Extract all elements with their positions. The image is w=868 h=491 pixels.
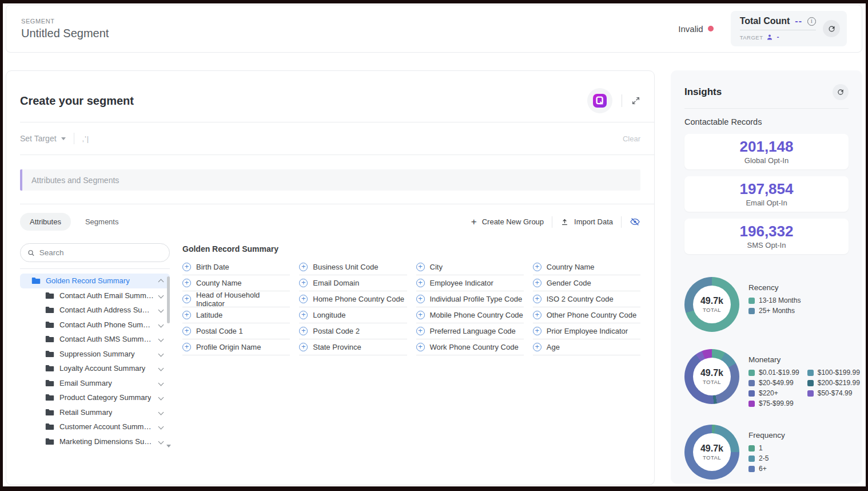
attribute-item[interactable]: + Longitude: [299, 307, 407, 323]
chevron-down-icon[interactable]: [158, 438, 164, 444]
attribute-item[interactable]: + Mobile Phone Country Code: [416, 307, 524, 323]
text-cursor-icon[interactable]: ,'|: [82, 134, 89, 143]
chevron-down-icon[interactable]: [158, 292, 164, 298]
info-icon[interactable]: i: [807, 17, 816, 26]
chevron-down-icon[interactable]: [158, 307, 164, 313]
scrollbar-thumb[interactable]: [167, 276, 170, 323]
attribute-item[interactable]: + County Name: [182, 275, 290, 291]
attribute-item[interactable]: + Age: [533, 339, 640, 355]
refresh-insights-button[interactable]: [833, 84, 849, 100]
tree-item[interactable]: Contact Auth Address Summary: [20, 303, 170, 318]
tree-item[interactable]: Contact Auth Email Summary: [20, 288, 170, 303]
attribute-item[interactable]: + Country Name: [533, 259, 640, 275]
attribute-item[interactable]: + Individual Profile Type Code: [416, 291, 524, 307]
legend-items: $0.01-$19.99 $20-$49.99 $220+ $75-$99.99…: [748, 369, 860, 407]
plus-circle-icon[interactable]: +: [416, 263, 425, 271]
plus-circle-icon[interactable]: +: [299, 279, 308, 287]
tree-scrollbar[interactable]: [167, 276, 170, 444]
plus-circle-icon[interactable]: +: [182, 327, 191, 335]
plus-circle-icon[interactable]: +: [416, 311, 425, 319]
chevron-down-icon[interactable]: [158, 336, 164, 342]
plus-circle-icon[interactable]: +: [533, 327, 541, 335]
tab-attributes[interactable]: Attributes: [20, 213, 71, 231]
plus-circle-icon[interactable]: +: [416, 295, 425, 303]
search-input[interactable]: [39, 248, 162, 257]
attribute-item[interactable]: + Email Domain: [299, 275, 407, 291]
attribute-item[interactable]: + Head of Household Indicator: [182, 291, 290, 307]
hide-counts-button[interactable]: [630, 216, 640, 227]
attribute-item[interactable]: + Latitude: [182, 307, 290, 323]
chevron-down-icon[interactable]: [158, 351, 164, 357]
plus-circle-icon[interactable]: +: [182, 311, 191, 319]
plus-circle-icon[interactable]: +: [182, 263, 191, 271]
plus-circle-icon[interactable]: +: [533, 279, 541, 287]
plus-circle-icon[interactable]: +: [416, 279, 425, 287]
attribute-item[interactable]: + Postal Code 1: [182, 323, 290, 339]
tree-item[interactable]: Product Category Summary: [20, 390, 170, 405]
chevron-down-icon[interactable]: [158, 366, 164, 371]
plus-circle-icon[interactable]: +: [182, 279, 191, 287]
plus-circle-icon[interactable]: +: [182, 343, 191, 351]
tree-item[interactable]: Golden Record Summary: [20, 274, 170, 288]
assistant-logo-button[interactable]: [587, 88, 612, 113]
chevron-up-icon[interactable]: [158, 279, 164, 285]
plus-circle-icon[interactable]: +: [299, 263, 308, 271]
legend-item: 6+: [748, 465, 769, 473]
plus-circle-icon[interactable]: +: [533, 343, 541, 351]
attribute-item[interactable]: + Business Unit Code: [299, 259, 407, 275]
set-target-button[interactable]: Set Target: [20, 134, 66, 143]
plus-circle-icon[interactable]: +: [299, 311, 308, 319]
tree-item[interactable]: Customer Account Summary: [20, 419, 170, 434]
scroll-down-arrow-icon[interactable]: [166, 445, 171, 448]
divider: [20, 204, 654, 204]
tree-item[interactable]: Contact Auth SMS Summary: [20, 332, 170, 347]
folder-icon: [45, 306, 54, 314]
chevron-down-icon[interactable]: [158, 380, 164, 386]
set-target-label: Set Target: [20, 134, 57, 143]
refresh-count-button[interactable]: [823, 20, 840, 37]
plus-circle-icon[interactable]: +: [533, 295, 541, 303]
segment-dropzone[interactable]: Attributes and Segments: [20, 169, 640, 191]
attribute-item[interactable]: + Profile Origin Name: [182, 339, 290, 355]
expand-button[interactable]: [631, 96, 640, 105]
plus-circle-icon[interactable]: +: [533, 263, 541, 271]
plus-circle-icon[interactable]: +: [299, 343, 308, 351]
tab-segments[interactable]: Segments: [75, 213, 129, 231]
attribute-item[interactable]: + Work Phone Country Code: [416, 339, 524, 355]
chevron-down-icon[interactable]: [158, 395, 164, 401]
plus-circle-icon[interactable]: +: [416, 343, 425, 351]
tree-item[interactable]: Loyalty Account Summary: [20, 361, 170, 376]
attribute-item[interactable]: + Employee Indicator: [416, 275, 524, 291]
attribute-item[interactable]: + Other Phone Country Code: [533, 307, 640, 323]
chevron-down-icon[interactable]: [158, 322, 164, 327]
attribute-item[interactable]: + Preferred Language Code: [416, 323, 524, 339]
attribute-item[interactable]: + City: [416, 259, 524, 275]
attribute-item[interactable]: + Birth Date: [182, 259, 290, 275]
legend-item: 25+ Months: [748, 307, 801, 315]
clear-button[interactable]: Clear: [623, 134, 640, 143]
attribute-item[interactable]: + Prior Employee Indicator: [533, 323, 640, 339]
plus-icon: +: [471, 217, 477, 227]
plus-circle-icon[interactable]: +: [416, 327, 425, 335]
attribute-item[interactable]: + Home Phone Country Code: [299, 291, 407, 307]
chevron-down-icon[interactable]: [158, 409, 164, 415]
legend-swatch: [748, 390, 755, 397]
search-box[interactable]: [20, 243, 170, 262]
attribute-label: Preferred Language Code: [430, 327, 516, 335]
tree-item[interactable]: Suppression Summary: [20, 347, 170, 362]
tree-item[interactable]: Marketing Dimensions Summary: [20, 434, 170, 449]
tree-item[interactable]: Email Summary: [20, 376, 170, 391]
import-data-button[interactable]: Import Data: [560, 217, 613, 226]
attribute-item[interactable]: + ISO 2 Country Code: [533, 291, 640, 307]
plus-circle-icon[interactable]: +: [299, 327, 308, 335]
plus-circle-icon[interactable]: +: [533, 311, 541, 319]
create-new-group-button[interactable]: + Create New Group: [471, 217, 544, 227]
tree-item[interactable]: Retail Summary: [20, 405, 170, 420]
tree-item[interactable]: Contact Auth Phone Summary: [20, 318, 170, 332]
chevron-down-icon[interactable]: [158, 424, 164, 430]
plus-circle-icon[interactable]: +: [299, 295, 308, 303]
attribute-item[interactable]: + State Province: [299, 339, 407, 355]
attribute-item[interactable]: + Postal Code 2: [299, 323, 407, 339]
attribute-item[interactable]: + Gender Code: [533, 275, 640, 291]
plus-circle-icon[interactable]: +: [182, 295, 191, 303]
